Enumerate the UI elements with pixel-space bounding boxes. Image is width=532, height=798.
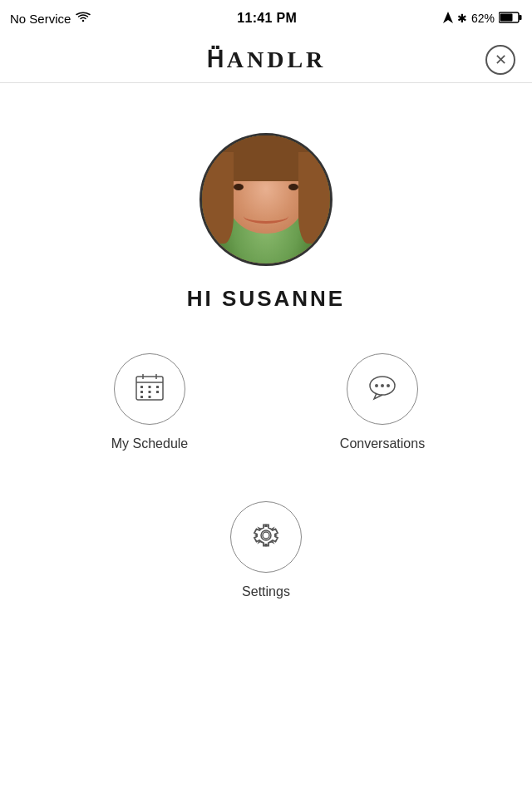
- app-title-text: ḦANDLR: [206, 47, 327, 72]
- status-left: No Service: [10, 12, 91, 26]
- svg-rect-7: [140, 386, 143, 388]
- battery-percentage: 62%: [471, 12, 495, 25]
- close-button[interactable]: ✕: [485, 45, 515, 75]
- schedule-icon-circle: [114, 353, 185, 425]
- svg-point-20: [263, 532, 269, 539]
- battery-icon: [499, 12, 522, 26]
- schedule-icon: [133, 371, 166, 407]
- settings-label: Settings: [242, 584, 290, 599]
- conversations-icon: [366, 371, 399, 407]
- settings-icon: [249, 519, 283, 555]
- svg-rect-8: [149, 386, 151, 388]
- menu-row-2: Settings: [0, 501, 532, 599]
- schedule-label: My Schedule: [111, 436, 189, 451]
- menu-row-1: My Schedule: [0, 353, 532, 451]
- avatar-smile: [244, 209, 288, 224]
- avatar-eye-right: [288, 184, 298, 190]
- svg-rect-10: [140, 391, 143, 393]
- svg-rect-11: [149, 391, 151, 393]
- svg-rect-9: [156, 386, 159, 388]
- status-bar: No Service 11:41 PM ✱ 62%: [0, 0, 532, 37]
- menu-item-conversations[interactable]: Conversations: [332, 353, 432, 451]
- settings-icon-circle: [230, 501, 302, 573]
- close-icon: ✕: [495, 51, 507, 69]
- wifi-icon: [76, 12, 91, 26]
- app-header: ḦANDLR ✕: [0, 37, 532, 83]
- svg-rect-14: [149, 396, 151, 398]
- svg-point-17: [381, 384, 384, 387]
- location-icon: [443, 12, 453, 26]
- svg-rect-1: [519, 15, 521, 20]
- svg-rect-13: [140, 396, 143, 398]
- main-content: HI SUSANNE: [0, 83, 532, 599]
- app-title: ḦANDLR: [206, 46, 327, 73]
- conversations-icon-circle: [347, 353, 418, 425]
- avatar-eye-left: [234, 184, 244, 190]
- avatar: [200, 133, 332, 266]
- svg-point-16: [375, 384, 378, 387]
- bluetooth-icon: ✱: [457, 12, 467, 25]
- status-right: ✱ 62%: [443, 12, 522, 26]
- svg-rect-12: [156, 391, 159, 393]
- greeting-text: HI SUSANNE: [187, 286, 345, 312]
- menu-grid: My Schedule: [0, 353, 532, 599]
- status-time: 11:41 PM: [237, 11, 297, 26]
- svg-rect-2: [500, 13, 512, 21]
- carrier-text: No Service: [10, 12, 71, 26]
- menu-item-settings[interactable]: Settings: [216, 501, 316, 599]
- avatar-image: [202, 135, 330, 264]
- svg-point-18: [387, 384, 390, 387]
- menu-item-schedule[interactable]: My Schedule: [100, 353, 200, 451]
- conversations-label: Conversations: [340, 436, 425, 451]
